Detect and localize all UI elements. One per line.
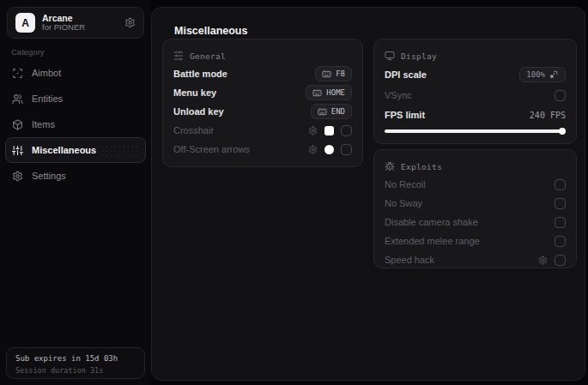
scaling-icon (549, 70, 559, 80)
keybind-chip[interactable]: HOME (306, 85, 352, 100)
keyboard-icon (312, 88, 322, 98)
gear-icon[interactable] (308, 145, 318, 154)
setting-label: Extended melee range (385, 236, 480, 246)
extended-melee-range-checkbox[interactable] (555, 236, 566, 247)
app-header-card: A Arcane for PIONER (7, 7, 144, 39)
sidebar-item-settings[interactable]: Settings (5, 163, 146, 189)
bug-icon (385, 161, 395, 171)
items-box-icon (12, 119, 23, 130)
crosshair-checkbox[interactable] (341, 125, 352, 136)
sidebar-item-label: Miscellaneous (32, 145, 96, 155)
card-header-label: General (190, 51, 226, 61)
vsync-checkbox[interactable] (555, 90, 566, 101)
setting-row-crosshair: Crosshair (173, 121, 352, 140)
setting-row-offscreen-arrows: Off-Screen arrows (173, 140, 352, 159)
setting-label: No Sway (385, 198, 422, 208)
fps-limit-slider[interactable] (385, 129, 566, 133)
setting-row-disable-camera-shake: Disable camera shake (385, 213, 566, 232)
sidebar: A Arcane for PIONER Category Aimbot Enti… (0, 0, 151, 385)
sidebar-item-label: Items (32, 119, 55, 129)
setting-label: Disable camera shake (385, 217, 478, 227)
setting-row-unload-key: Unload key END (173, 102, 352, 121)
session-duration-text: Session duration 31s (15, 365, 136, 376)
setting-label: FPS limit (385, 110, 425, 120)
setting-label: Battle mode (173, 69, 227, 79)
speed-hack-checkbox[interactable] (555, 255, 566, 266)
setting-row-extended-melee-range: Extended melee range (385, 232, 566, 250)
general-card: General Battle mode F8 Menu key HOME Unl… (162, 39, 363, 167)
sidebar-item-aimbot[interactable]: Aimbot (5, 60, 146, 86)
sidebar-nav: Aimbot Entities Items Miscellaneous Sett… (0, 60, 151, 189)
offscreen-arrows-checkbox[interactable] (341, 144, 352, 155)
category-label: Category (11, 47, 45, 57)
app-subtitle: for PIONER (42, 23, 118, 33)
sidebar-item-entities[interactable]: Entities (5, 86, 146, 111)
general-card-header: General (173, 47, 352, 64)
setting-label: VSync (385, 90, 412, 100)
subscription-status-card: Sub expires in 15d 03h Session duration … (6, 347, 145, 379)
keybind-chip[interactable]: F8 (315, 66, 352, 81)
aimbot-scan-icon (12, 68, 23, 79)
dpi-value: 100% (526, 70, 545, 79)
gear-icon[interactable] (308, 126, 318, 135)
setting-row-speed-hack: Speed hack (385, 250, 566, 269)
keybind-chip[interactable]: END (311, 104, 352, 119)
no-sway-checkbox[interactable] (555, 198, 566, 209)
fps-limit-value: 240 FPS (530, 111, 566, 120)
keyboard-icon (322, 69, 331, 79)
page-title: Miscellaneous (174, 25, 247, 37)
gear-icon[interactable] (538, 256, 548, 265)
setting-label: Menu key (173, 87, 216, 98)
app-logo: A (15, 13, 35, 33)
setting-label: Unload key (173, 106, 224, 117)
exploits-card: Exploits No Recoil No Sway Disable camer… (373, 149, 577, 268)
gear-icon[interactable] (124, 17, 136, 28)
keybind-value: F8 (336, 69, 345, 78)
monitor-icon (385, 51, 395, 61)
sliders-icon (12, 145, 23, 156)
display-card-header: Display (385, 47, 566, 64)
exploits-card-header: Exploits (385, 158, 566, 175)
color-swatch[interactable] (324, 145, 334, 154)
display-card: Display DPI scale 100% VSync FPS limit 2… (373, 39, 577, 144)
sidebar-item-label: Aimbot (32, 68, 61, 78)
setting-row-vsync: VSync (385, 85, 566, 105)
fps-slider-fill (385, 129, 562, 133)
entities-users-icon (12, 93, 23, 105)
disable-camera-shake-checkbox[interactable] (555, 217, 566, 228)
sliders-horizontal-icon (173, 51, 184, 61)
setting-label: Off-Screen arrows (173, 144, 250, 154)
sidebar-item-items[interactable]: Items (5, 111, 146, 137)
setting-row-dpi-scale: DPI scale 100% (385, 64, 566, 85)
setting-row-no-recoil: No Recoil (385, 175, 566, 194)
setting-label: DPI scale (385, 69, 427, 80)
fps-slider-knob[interactable] (559, 128, 566, 135)
color-swatch[interactable] (324, 126, 334, 135)
keybind-value: END (331, 107, 345, 116)
setting-row-fps-limit: FPS limit 240 FPS (385, 105, 566, 124)
setting-row-battle-mode: Battle mode F8 (173, 64, 352, 83)
sidebar-item-label: Entities (32, 93, 63, 104)
setting-row-no-sway: No Sway (385, 194, 566, 213)
card-header-label: Exploits (401, 162, 442, 171)
dpi-value-chip[interactable]: 100% (519, 67, 566, 82)
gear-icon (12, 171, 23, 182)
setting-label: Crosshair (173, 125, 214, 135)
keybind-value: HOME (326, 88, 345, 97)
sidebar-item-label: Settings (32, 171, 66, 181)
setting-label: Speed hack (385, 255, 434, 265)
setting-label: No Recoil (385, 179, 426, 189)
setting-row-menu-key: Menu key HOME (173, 83, 352, 102)
main-panel: Miscellaneous General Battle mode F8 Men… (151, 7, 585, 381)
sidebar-item-miscellaneous[interactable]: Miscellaneous (5, 137, 146, 163)
keyboard-icon (318, 107, 327, 117)
sub-expires-text: Sub expires in 15d 03h (15, 352, 136, 365)
card-header-label: Display (401, 51, 437, 61)
no-recoil-checkbox[interactable] (555, 179, 566, 190)
